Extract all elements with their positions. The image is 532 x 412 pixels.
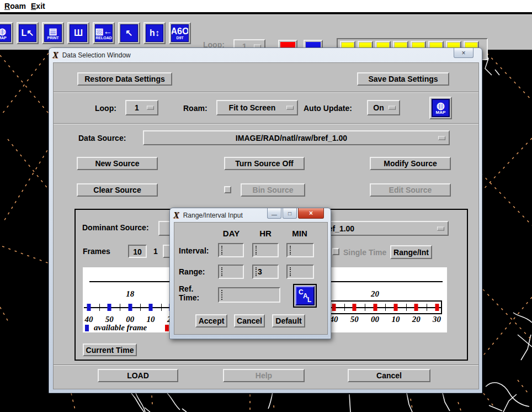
latlon-gridline (3, 145, 51, 222)
cancel-button[interactable]: Cancel (348, 369, 430, 382)
bin-source-button[interactable]: Bin Source (241, 183, 305, 197)
reload-button[interactable]: ▨←RELOAD (93, 22, 115, 44)
available-frame-marker (128, 304, 132, 311)
frames-count-field[interactable]: 10 (128, 245, 147, 258)
reload-icon: ▨←RELOAD (95, 24, 113, 42)
latlon-gridline (518, 380, 530, 395)
scroll-height-button[interactable]: h↕ (143, 22, 166, 44)
interval-label: Interval: (179, 246, 209, 255)
loop-label: Loop: (95, 104, 116, 113)
accept-button[interactable]: Accept (195, 314, 227, 328)
ref-time-field[interactable] (218, 287, 280, 303)
modify-source-button[interactable]: Modify Source (370, 157, 451, 170)
pan-arrow-button[interactable]: ↖ (118, 22, 140, 44)
restore-data-settings-button[interactable]: Restore Data Settings (77, 72, 172, 86)
locate-button[interactable]: L↖ (17, 22, 39, 44)
text-cursor (256, 246, 257, 255)
map-toggle-button[interactable]: ◍MAP (429, 97, 452, 119)
dropdown-indicator-icon (438, 136, 445, 140)
text-cursor (290, 267, 291, 276)
adt-button[interactable]: A6OD9T (169, 22, 191, 44)
coastline (503, 394, 517, 412)
minor-tick (385, 304, 386, 311)
clear-source-button[interactable]: Clear Source (77, 183, 158, 197)
range-interval-content: DAY HR MIN Interval: Range: 3 Ref.Time: … (174, 222, 328, 335)
minimize-button[interactable]: — (267, 208, 281, 219)
save-data-settings-button[interactable]: Save Data Settings (357, 72, 449, 86)
text-cursor (290, 246, 291, 255)
interval-day-field[interactable] (218, 243, 244, 257)
roam-hand-button[interactable]: Ш (67, 22, 89, 44)
new-source-button[interactable]: New Source (77, 157, 158, 170)
menu-roam[interactable]: Roam (4, 2, 26, 10)
dialog-title: Range/Interval Input (183, 212, 243, 219)
minimize-icon: — (272, 212, 277, 218)
toolbar: ◍MAPL↖▤PRINTШ▨←RELOAD↖h↕A6OD9T Loop: 1 (0, 14, 532, 50)
minor-tick (140, 304, 141, 311)
range-interval-dialog: X Range/Interval Input — □ × DAY HR MIN … (169, 208, 331, 339)
available-frame-marker (149, 304, 153, 311)
turn-source-off-button[interactable]: Turn Source Off (224, 157, 305, 170)
minute-label: 10 (147, 315, 155, 324)
coastline (443, 393, 450, 411)
coastline (495, 70, 499, 75)
loop-dropdown[interactable]: 1 (125, 100, 158, 115)
hour-label: 20 (371, 289, 379, 299)
current-time-button[interactable]: Current Time (83, 344, 137, 356)
dropdown-indicator-icon (147, 106, 154, 110)
desktop: Roam Exit ◍MAPL↖▤PRINTШ▨←RELOAD↖h↕A6OD9T… (0, 0, 532, 412)
globe-icon: ◍ (437, 101, 445, 110)
dropdown-indicator-icon (286, 106, 294, 110)
selected-frame-marker (332, 304, 336, 311)
close-button[interactable]: × (298, 208, 324, 219)
coastline (182, 409, 187, 412)
default-button[interactable]: Default (272, 314, 305, 328)
roam-dropdown[interactable]: Fit to Screen (216, 100, 298, 115)
latlon-gridline (481, 297, 532, 358)
edit-source-button[interactable]: Edit Source (370, 183, 451, 197)
menu-exit[interactable]: Exit (31, 2, 45, 10)
minor-tick (161, 304, 162, 311)
window-title: Data Selection Window (62, 51, 131, 59)
load-button[interactable]: LOAD (98, 369, 178, 382)
latlon-gridline (458, 402, 461, 412)
print-button[interactable]: ▤PRINT (42, 22, 64, 44)
data-source-dropdown[interactable]: IMAGE/RAD/natl/raw/bref_1.00 (143, 130, 450, 145)
close-button[interactable]: × (454, 48, 474, 58)
range-hr-field[interactable]: 3 (252, 265, 279, 279)
maximize-button[interactable]: □ (283, 208, 297, 219)
auto-update-dropdown[interactable]: On (367, 100, 400, 115)
minute-label: 30 (433, 315, 441, 324)
minute-label: 10 (391, 315, 400, 324)
map-icon: ◍MAP (0, 24, 11, 42)
close-icon: × (309, 209, 313, 217)
selected-range-box (330, 300, 442, 314)
interval-hr-field[interactable] (252, 243, 279, 257)
range-day-field[interactable] (218, 265, 244, 279)
calendar-button[interactable]: C A L (293, 284, 317, 308)
minor-tick (427, 304, 427, 311)
cancel-button[interactable]: Cancel (234, 314, 265, 328)
bin-source-checkbox[interactable] (224, 186, 231, 193)
coastline (349, 394, 350, 412)
hour-label: 18 (126, 289, 134, 299)
single-time-checkbox[interactable] (332, 248, 339, 255)
help-button[interactable]: Help (223, 369, 305, 382)
menubar: Roam Exit (0, 0, 532, 13)
data-selection-titlebar[interactable]: X Data Selection Window (52, 48, 478, 62)
interval-min-field[interactable] (286, 243, 314, 257)
latlon-gridline (0, 307, 9, 323)
day-column-header: DAY (218, 229, 244, 238)
latlon-gridline (71, 393, 76, 412)
range-int-button[interactable]: Range/Int (390, 245, 432, 259)
maximize-icon: □ (288, 210, 291, 216)
auto-update-label: Auto Update: (304, 104, 352, 113)
selected-frame-legend-swatch (165, 325, 169, 331)
coastline (167, 393, 180, 410)
latlon-gridline (152, 395, 152, 404)
minor-tick (406, 304, 407, 311)
dropdown-indicator-icon (437, 226, 444, 230)
selected-frame-marker (353, 304, 357, 311)
range-min-field[interactable] (286, 265, 314, 279)
map-button[interactable]: ◍MAP (0, 22, 13, 44)
